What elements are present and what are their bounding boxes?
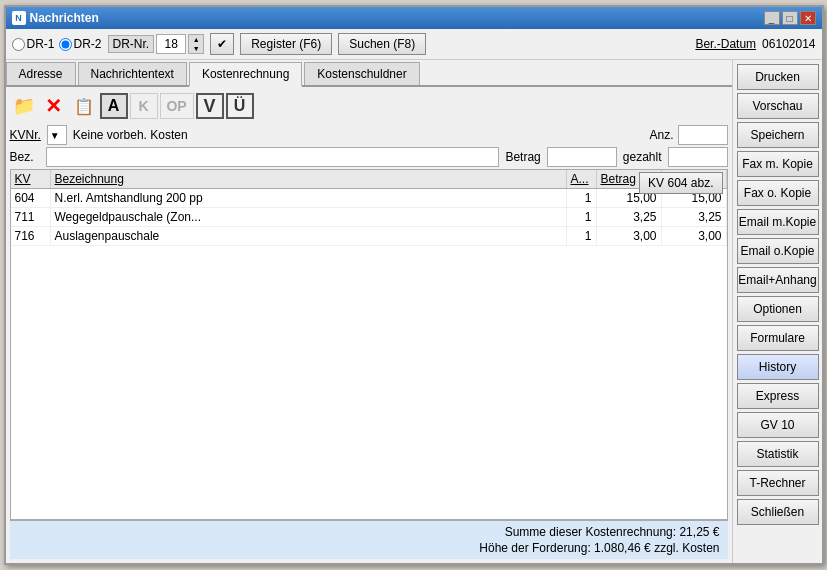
k-letter-btn[interactable]: K <box>130 93 158 119</box>
gv10-button[interactable]: GV 10 <box>737 412 819 438</box>
bez-label: Bez. <box>10 150 40 164</box>
footer-area: Summe dieser Kostenrechnung: 21,25 € Höh… <box>10 520 728 559</box>
optionen-button[interactable]: Optionen <box>737 296 819 322</box>
formulare-button[interactable]: Formulare <box>737 325 819 351</box>
email-ohne-button[interactable]: Email o.Kopie <box>737 238 819 264</box>
left-panel: Adresse Nachrichtentext Kostenrechnung K… <box>6 60 732 563</box>
right-panel: Drucken Vorschau Speichern Fax m. Kopie … <box>732 60 822 563</box>
table-body: 604 N.erl. Amtshandlung 200 pp 1 15,00 1… <box>11 189 727 519</box>
statistik-button[interactable]: Statistik <box>737 441 819 467</box>
kv-dropdown[interactable]: ▼ <box>47 125 67 145</box>
email-kopie-button[interactable]: Email m.Kopie <box>737 209 819 235</box>
td-bez-0: N.erl. Amtshandlung 200 pp <box>51 189 567 207</box>
minimize-button[interactable]: _ <box>764 11 780 25</box>
betrag-label: Betrag <box>505 150 540 164</box>
anz-group: Anz. <box>649 125 727 145</box>
tab-kostenrechnung[interactable]: Kostenrechnung <box>189 62 302 87</box>
drucken-button[interactable]: Drucken <box>737 64 819 90</box>
th-kv: KV <box>11 170 51 188</box>
vorschau-button[interactable]: Vorschau <box>737 93 819 119</box>
a-letter-btn[interactable]: A <box>100 93 128 119</box>
anz-input[interactable] <box>678 125 728 145</box>
td-a-2: 1 <box>567 227 597 245</box>
dr-nr-input[interactable] <box>156 34 186 54</box>
dr1-radio[interactable] <box>12 38 25 51</box>
ber-datum-value: 06102014 <box>762 37 815 51</box>
titlebar-left: N Nachrichten <box>12 11 99 25</box>
check-button[interactable]: ✔ <box>210 33 234 55</box>
t-rechner-button[interactable]: T-Rechner <box>737 470 819 496</box>
table-row[interactable]: 604 N.erl. Amtshandlung 200 pp 1 15,00 1… <box>11 189 727 208</box>
kv-row: KVNr. ▼ Keine vorbeh. Kosten Anz. <box>10 125 728 145</box>
kv-nr-label: KVNr. <box>10 128 41 142</box>
close-button[interactable]: ✕ <box>800 11 816 25</box>
paste-icon-btn[interactable]: 📋 <box>70 93 98 119</box>
folder-icon-btn[interactable]: 📁 <box>10 93 38 119</box>
td-a-0: 1 <box>567 189 597 207</box>
table-header: KV Bezeichnung A... Betrag gezahlt <box>11 170 727 189</box>
kv-abz-button[interactable]: KV 604 abz. <box>639 172 722 194</box>
table-row[interactable]: 716 Auslagenpauschale 1 3,00 3,00 <box>11 227 727 246</box>
bez-row: Bez. Betrag gezahlt <box>10 147 728 167</box>
history-button[interactable]: History <box>737 354 819 380</box>
td-gezahlt-1: 3,25 <box>662 208 727 226</box>
spin-box: ▲ ▼ <box>188 34 204 54</box>
tab-kostenschuldner[interactable]: Kostenschuldner <box>304 62 419 85</box>
app-icon: N <box>12 11 26 25</box>
dr2-radio-label[interactable]: DR-2 <box>59 37 102 51</box>
suchen-button[interactable]: Suchen (F8) <box>338 33 426 55</box>
td-bez-2: Auslagenpauschale <box>51 227 567 245</box>
maximize-button[interactable]: □ <box>782 11 798 25</box>
dr-nr-label: DR-Nr. <box>108 35 155 53</box>
spin-up-btn[interactable]: ▲ <box>189 35 203 44</box>
gezahlt-input[interactable] <box>668 147 728 167</box>
main-window: N Nachrichten _ □ ✕ DR-1 DR-2 DR-Nr. ▲ <box>4 5 824 565</box>
op-letter-btn[interactable]: OP <box>160 93 194 119</box>
dr-radio-group: DR-1 DR-2 <box>12 37 102 51</box>
bez-input[interactable] <box>46 147 500 167</box>
td-betrag-1: 3,25 <box>597 208 662 226</box>
register-button[interactable]: Register (F6) <box>240 33 332 55</box>
td-gezahlt-2: 3,00 <box>662 227 727 245</box>
titlebar: N Nachrichten _ □ ✕ <box>6 7 822 29</box>
ber-datum-label: Ber.-Datum <box>695 37 756 51</box>
titlebar-controls: _ □ ✕ <box>764 11 816 25</box>
spin-down-btn[interactable]: ▼ <box>189 44 203 53</box>
v-letter-btn[interactable]: V <box>196 93 224 119</box>
th-a: A... <box>567 170 597 188</box>
fax-ohne-button[interactable]: Fax o. Kopie <box>737 180 819 206</box>
summe-text: Summe dieser Kostenrechnung: 21,25 € <box>505 525 720 539</box>
td-kv-0: 604 <box>11 189 51 207</box>
td-a-1: 1 <box>567 208 597 226</box>
window-title: Nachrichten <box>30 11 99 25</box>
express-button[interactable]: Express <box>737 383 819 409</box>
schliessen-button[interactable]: Schließen <box>737 499 819 525</box>
td-betrag-2: 3,00 <box>597 227 662 245</box>
table-row[interactable]: 711 Wegegeldpauschale (Zon... 1 3,25 3,2… <box>11 208 727 227</box>
main-content: Adresse Nachrichtentext Kostenrechnung K… <box>6 60 822 563</box>
tab-adresse[interactable]: Adresse <box>6 62 76 85</box>
hoehe-text: Höhe der Forderung: 1.080,46 € zzgl. Kos… <box>479 541 719 555</box>
betrag-input[interactable] <box>547 147 617 167</box>
ber-datum-group: Ber.-Datum 06102014 <box>695 37 815 51</box>
td-kv-1: 711 <box>11 208 51 226</box>
speichern-button[interactable]: Speichern <box>737 122 819 148</box>
cost-table: KV Bezeichnung A... Betrag gezahlt 604 N… <box>10 169 728 520</box>
toolbar: DR-1 DR-2 DR-Nr. ▲ ▼ ✔ Register (F6) Suc… <box>6 29 822 60</box>
fax-kopie-button[interactable]: Fax m. Kopie <box>737 151 819 177</box>
gezahlt-label: gezahlt <box>623 150 662 164</box>
email-anhang-button[interactable]: Email+Anhang <box>737 267 819 293</box>
dr2-radio[interactable] <box>59 38 72 51</box>
tab-nachrichtentext[interactable]: Nachrichtentext <box>78 62 187 85</box>
keine-vorb-text: Keine vorbeh. Kosten <box>73 128 188 142</box>
dr1-radio-label[interactable]: DR-1 <box>12 37 55 51</box>
content-area: 📁 ✕ 📋 A K OP V Ü KVNr. ▼ Keine vorbeh. K… <box>6 87 732 563</box>
anz-label: Anz. <box>649 128 673 142</box>
hoehe-row: Höhe der Forderung: 1.080,46 € zzgl. Kos… <box>18 540 720 556</box>
delete-icon-btn[interactable]: ✕ <box>40 93 68 119</box>
tab-bar: Adresse Nachrichtentext Kostenrechnung K… <box>6 60 732 87</box>
dr-nr-group: DR-Nr. ▲ ▼ <box>108 34 205 54</box>
summe-row: Summe dieser Kostenrechnung: 21,25 € <box>18 524 720 540</box>
icon-toolbar: 📁 ✕ 📋 A K OP V Ü <box>10 91 728 121</box>
u-letter-btn[interactable]: Ü <box>226 93 254 119</box>
